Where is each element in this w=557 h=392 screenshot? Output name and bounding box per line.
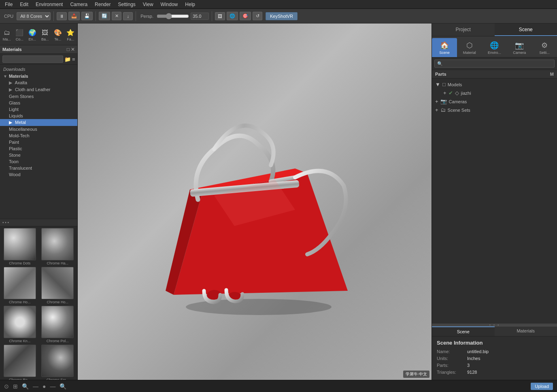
menu-settings[interactable]: Settings bbox=[115, 1, 138, 8]
color-label: Co... bbox=[16, 37, 23, 41]
tree-item-liquids[interactable]: Liquids bbox=[0, 113, 77, 119]
scene-main-tab[interactable]: Scene bbox=[495, 23, 557, 36]
materials-group-header[interactable]: ▼ Materials bbox=[0, 73, 77, 79]
downloads-section[interactable]: Downloads bbox=[0, 66, 77, 73]
panel-close-button[interactable]: ✕ bbox=[71, 47, 75, 52]
thumb-chrome-po[interactable]: Chrome Pol... bbox=[40, 306, 76, 343]
library-tabs: 🗂 Ma... ⬛ Co... 🌍 En... 🖼 Ba... 🎨 Te... … bbox=[0, 23, 77, 45]
tree-item-toon[interactable]: Toon bbox=[0, 158, 77, 165]
menu-view[interactable]: View bbox=[140, 1, 157, 8]
thumb-dots: • • • bbox=[2, 220, 9, 225]
tab-backplate[interactable]: 🖼 Ba... bbox=[39, 25, 51, 45]
thumb-chrome-ho1[interactable]: Chrome Ho... bbox=[2, 267, 38, 304]
materials-group-label: Materials bbox=[9, 74, 28, 79]
thumb-chrome-ha[interactable]: Chrome Ha... bbox=[40, 228, 76, 265]
tree-item-wood[interactable]: Wood bbox=[0, 171, 77, 178]
icon-tab-scene[interactable]: 🏠 Scene bbox=[432, 38, 457, 57]
status-search-icon[interactable]: 🔍 bbox=[22, 383, 29, 390]
pause-button[interactable]: ⏸ bbox=[57, 12, 67, 20]
render-button[interactable]: 🔄 bbox=[99, 12, 110, 20]
stop-button[interactable]: ✕ bbox=[112, 12, 121, 20]
parts-count-label: Parts: bbox=[437, 363, 467, 368]
status-slider-handle[interactable]: ● bbox=[43, 383, 46, 390]
upload-button[interactable]: Upload bbox=[531, 383, 553, 390]
tree-item-translucent[interactable]: Translucent bbox=[0, 165, 77, 171]
tab-env[interactable]: 🌍 En... bbox=[26, 25, 38, 45]
search-input[interactable] bbox=[2, 55, 63, 63]
panel-expand-button[interactable]: □ bbox=[67, 47, 70, 52]
menu-help[interactable]: Help bbox=[182, 1, 198, 8]
import-button[interactable]: 📥 bbox=[68, 12, 80, 20]
refresh-button[interactable]: ↺ bbox=[253, 12, 262, 20]
right-search-input[interactable] bbox=[434, 60, 555, 68]
tree-item-mold-tech[interactable]: Mold-Tech bbox=[0, 132, 77, 139]
status-home-icon[interactable]: ⊙ bbox=[4, 383, 9, 390]
triangles-label: Triangles: bbox=[437, 370, 467, 375]
tab-library[interactable]: 🗂 Ma... bbox=[1, 25, 13, 45]
tree-item-paint[interactable]: Paint bbox=[0, 139, 77, 145]
tree-item-axalta[interactable]: ▶ Axalta bbox=[0, 79, 77, 86]
tab-texture[interactable]: 🎨 Te... bbox=[52, 25, 64, 45]
camera-tab-icon: 📷 bbox=[515, 41, 524, 50]
icon-tab-settings[interactable]: ⚙ Setti... bbox=[532, 38, 557, 57]
tree-item-misc[interactable]: Miscellaneous bbox=[0, 126, 77, 132]
tree-item-light[interactable]: Light bbox=[0, 106, 77, 113]
icon-tab-camera[interactable]: 📷 Camera bbox=[507, 38, 532, 57]
scene-tree-jiazhi[interactable]: + ✔ ◇ jiazhi bbox=[432, 89, 557, 97]
models-icon: □ bbox=[442, 81, 446, 87]
save-button[interactable]: 💾 bbox=[81, 12, 93, 20]
menu-file[interactable]: File bbox=[2, 1, 16, 8]
cloth-arrow: ▶ bbox=[9, 87, 12, 92]
scene-tree-models[interactable]: ▼ □ Models bbox=[432, 80, 557, 89]
menu-environment[interactable]: Environment bbox=[32, 1, 66, 8]
zoom-input[interactable] bbox=[191, 13, 209, 20]
tree-item-cloth-leather[interactable]: ▶ Cloth and Leather bbox=[0, 86, 77, 93]
tree-item-glass[interactable]: Glass bbox=[0, 100, 77, 106]
thumb-chrome-re[interactable]: Chrome Re... bbox=[2, 345, 38, 380]
menu-render[interactable]: Render bbox=[91, 1, 114, 8]
triangles-value: 9128 bbox=[467, 370, 477, 375]
bottom-tab-materials[interactable]: Materials bbox=[495, 326, 557, 336]
status-grid-icon[interactable]: ⊞ bbox=[13, 383, 18, 390]
color-icon: ⬛ bbox=[15, 29, 23, 36]
project-tab[interactable]: Project bbox=[432, 23, 495, 36]
viewport[interactable]: 学犀牛·中文 bbox=[78, 23, 432, 380]
icon-tab-environ[interactable]: 🌐 Enviro... bbox=[482, 38, 507, 57]
tab-favorites[interactable]: ⭐ Fa... bbox=[65, 25, 77, 45]
tab-color[interactable]: ⬛ Co... bbox=[14, 25, 26, 45]
tree-item-gem-stones[interactable]: Gem Stones bbox=[0, 93, 77, 100]
thumb-chrome-kn[interactable]: Chrome Kn... bbox=[2, 306, 38, 343]
status-zoom-icon[interactable]: 🔍 bbox=[60, 383, 66, 390]
materials-arrow: ▼ bbox=[3, 74, 7, 79]
environ-tab-label: Enviro... bbox=[488, 51, 501, 55]
bottom-tab-scene[interactable]: Scene bbox=[432, 326, 495, 336]
library-icon: 🗂 bbox=[4, 29, 10, 36]
snap-button[interactable]: 🎯 bbox=[240, 12, 251, 20]
zoom-slider[interactable] bbox=[157, 13, 189, 19]
tree-item-plastic[interactable]: Plastic bbox=[0, 145, 77, 152]
screenshot-button[interactable]: 🖼 bbox=[215, 12, 225, 20]
globe-button[interactable]: 🌐 bbox=[227, 12, 238, 20]
menu-window[interactable]: Window bbox=[157, 1, 181, 8]
divider-1 bbox=[53, 11, 54, 21]
menu-edit[interactable]: Edit bbox=[17, 1, 32, 8]
cores-select[interactable]: All 8 Cores bbox=[17, 12, 51, 20]
icon-tab-material[interactable]: ⬡ Material bbox=[457, 38, 482, 57]
favorites-icon: ⭐ bbox=[66, 29, 74, 36]
down-button[interactable]: ↓ bbox=[123, 12, 133, 20]
thumb-chrome-dots[interactable]: Chrome Dots bbox=[2, 228, 38, 265]
menu-camera[interactable]: Camera bbox=[67, 1, 91, 8]
search-folder-button[interactable]: 📁 bbox=[64, 56, 71, 62]
scene-tree-cameras[interactable]: + 📷 Cameras bbox=[432, 97, 557, 106]
thumb-chrome-ho2[interactable]: Chrome Ho... bbox=[40, 267, 76, 304]
keyshot-vr-button[interactable]: KeyShotVR bbox=[266, 12, 298, 20]
parts-label: Parts bbox=[435, 72, 446, 77]
search-filter-button[interactable]: ≡ bbox=[72, 56, 75, 62]
tree-item-metal[interactable]: ▶ Metal bbox=[0, 119, 77, 126]
tree-item-stone[interactable]: Stone bbox=[0, 152, 77, 158]
thumb-chrome-re-img bbox=[4, 345, 36, 377]
info-row-name: Name: untitled.bip bbox=[437, 349, 552, 354]
units-value: Inches bbox=[467, 356, 480, 361]
scene-tree-scene-sets[interactable]: + 🗂 Scene Sets bbox=[432, 106, 557, 114]
thumb-chrome-sc[interactable]: Chrome Scr... bbox=[40, 345, 76, 380]
